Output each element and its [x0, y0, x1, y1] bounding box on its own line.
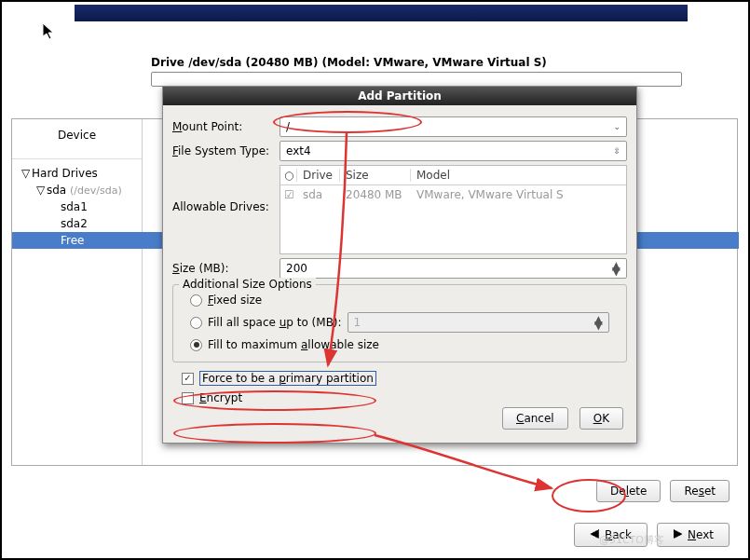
button-label: Cancel — [516, 412, 554, 425]
radio-fill-max[interactable]: Fill to maximum allowable size — [181, 335, 619, 354]
check-label: Encrypt — [199, 391, 242, 404]
drives-head-drive: Drive — [303, 169, 340, 182]
radio-fill-upto[interactable]: Fill all space up to (MB): 1 ▲▼ — [181, 309, 619, 335]
allowable-drives-label: Allowable Drives: — [172, 200, 280, 213]
drives-head-check: ○ — [284, 169, 297, 182]
fs-type-label: File System Type: — [172, 144, 280, 157]
device-column-header: Device — [12, 119, 142, 159]
tree-part-sda2[interactable]: sda2 — [12, 215, 142, 232]
mouse-cursor-icon — [42, 22, 57, 44]
dialog-body: Mount Point: / ⌄ File System Type: ext4 … — [163, 105, 636, 443]
additional-size-options: Additional Size Options Fixed size Fill … — [172, 284, 627, 362]
button-label: Delete — [610, 485, 647, 498]
check-primary-partition[interactable]: Force to be a primary partition — [172, 368, 627, 389]
dropdown-arrow-icon: ⌄ — [613, 122, 620, 131]
drive-info-label: Drive /dev/sda (20480 MB) (Model: VMware… — [151, 56, 547, 69]
mount-point-value: / — [286, 120, 290, 133]
panel-action-buttons: Delete Reset — [596, 480, 730, 502]
tree-disk-sda[interactable]: ▽sda (/dev/sda) — [12, 182, 142, 198]
button-label: Reset — [684, 485, 716, 498]
device-tree: ▽Hard Drives ▽sda (/dev/sda) sda1 sda2 F… — [12, 159, 142, 249]
radio-label: Fill to maximum allowable size — [208, 338, 379, 351]
installer-banner — [75, 5, 688, 21]
dialog-buttons: Cancel OK — [172, 407, 627, 431]
radio-label: Fill all space up to (MB): — [208, 316, 342, 329]
check-icon: ☑ — [284, 188, 297, 201]
device-column: Device ▽Hard Drives ▽sda (/dev/sda) sda1… — [12, 119, 143, 465]
next-button[interactable]: ⯈Next — [657, 523, 730, 547]
tree-hard-drives[interactable]: ▽Hard Drives — [12, 165, 142, 182]
check-label: Force to be a primary partition — [199, 371, 376, 386]
drives-row-sda[interactable]: ☑ sda 20480 MB VMware, VMware Virtual S — [280, 185, 626, 204]
tree-part-sda1[interactable]: sda1 — [12, 198, 142, 215]
fs-type-value: ext4 — [286, 144, 311, 157]
drive-usage-bar — [151, 72, 682, 87]
allowable-drives-list[interactable]: ○ Drive Size Model ☑ sda 20480 MB VMware… — [280, 165, 627, 254]
drive-model: VMware, VMware Virtual S — [416, 188, 622, 201]
size-value: 200 — [286, 262, 307, 275]
ok-button[interactable]: OK — [580, 407, 623, 430]
spin-arrows-icon: ▲▼ — [594, 317, 603, 328]
checkbox-checked-icon — [182, 373, 194, 385]
watermark-51cto: @51CTO博客 — [599, 533, 664, 547]
radio-checked-icon — [190, 339, 202, 351]
arrow-right-icon: ⯈ — [673, 528, 684, 541]
delete-button[interactable]: Delete — [596, 480, 661, 502]
radio-icon — [190, 294, 202, 307]
fill-upto-spinner: 1 ▲▼ — [348, 312, 609, 333]
size-label: Size (MB): — [172, 262, 280, 275]
button-label: OK — [593, 412, 609, 425]
radio-icon — [190, 317, 202, 329]
chevron-down-icon: ▽ — [36, 184, 45, 197]
drive-size: 20480 MB — [346, 188, 411, 201]
check-encrypt[interactable]: Encrypt — [172, 389, 627, 407]
fs-type-select[interactable]: ext4 ⇳ — [280, 141, 627, 161]
spin-arrows-icon: ⇳ — [613, 146, 620, 156]
row-fs-type: File System Type: ext4 ⇳ — [172, 141, 627, 161]
radio-label: Fixed size — [208, 294, 262, 307]
checkbox-icon — [182, 392, 194, 404]
drives-head-model: Model — [416, 169, 622, 182]
add-partition-dialog: Add Partition Mount Point: / ⌄ File Syst… — [162, 86, 637, 444]
reset-button[interactable]: Reset — [670, 480, 730, 502]
drive-name: sda — [303, 188, 340, 201]
drives-head-size: Size — [346, 169, 411, 182]
cancel-button[interactable]: Cancel — [502, 407, 568, 430]
row-mount-point: Mount Point: / ⌄ — [172, 116, 627, 137]
chevron-down-icon: ▽ — [21, 167, 30, 180]
fill-upto-value: 1 — [354, 316, 361, 329]
fieldset-legend: Additional Size Options — [179, 278, 316, 291]
mount-point-input[interactable]: / ⌄ — [280, 116, 627, 137]
button-label: Next — [688, 528, 714, 541]
mount-point-label: Mount Point: — [172, 120, 280, 133]
size-spinner[interactable]: 200 ▲▼ — [280, 258, 627, 279]
row-size: Size (MB): 200 ▲▼ — [172, 258, 627, 279]
drives-header: ○ Drive Size Model — [280, 166, 626, 185]
spin-arrows-icon: ▲▼ — [612, 263, 620, 274]
row-allowable-drives: Allowable Drives: ○ Drive Size Model ☑ s… — [172, 165, 627, 254]
dialog-title: Add Partition — [163, 87, 636, 105]
radio-fixed-size[interactable]: Fixed size — [181, 291, 619, 309]
